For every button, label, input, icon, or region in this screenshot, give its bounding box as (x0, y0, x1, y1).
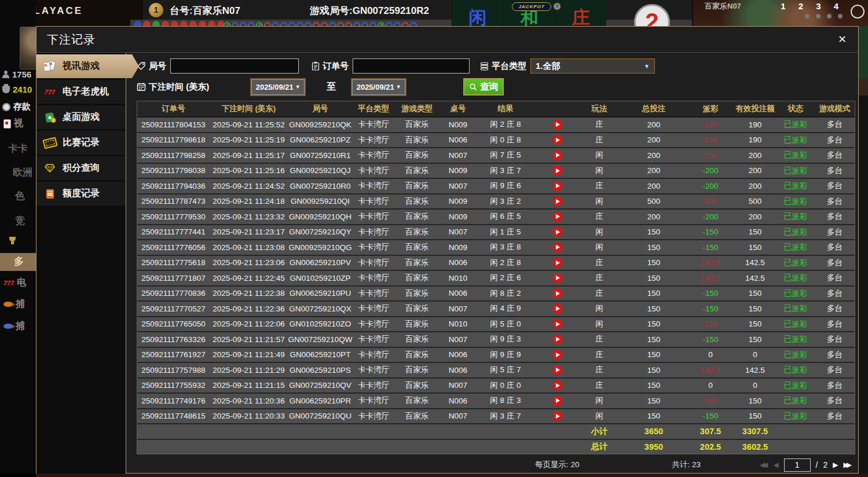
cell-total: 150 (619, 332, 688, 347)
cell-time: 2025-09-21 11:22:38 (210, 287, 288, 301)
tab-video-games[interactable]: 4K 视讯游戏 (36, 54, 139, 78)
cell-status: 已派彩 (778, 394, 814, 408)
cell-time: 2025-09-21 11:21:29 (210, 363, 288, 377)
play-video-icon[interactable] (552, 396, 562, 406)
sidebar-item-fishing1[interactable]: 捕 (3, 298, 25, 310)
cell-round: GN009259210QJ (288, 164, 353, 178)
cell-game: 百家乐 (394, 317, 440, 332)
summary-spacer (778, 424, 856, 439)
first-page-button[interactable]: ◀◀ (760, 461, 768, 469)
bet-zone-player[interactable]: 闲 (452, 0, 503, 26)
cell-result: 闲 6 庄 5 (477, 210, 534, 224)
summary-spacer (778, 440, 856, 454)
play-video-icon[interactable] (552, 304, 562, 314)
play-video-icon[interactable] (552, 181, 562, 191)
cell-table_no: N006 (440, 363, 477, 377)
cell-time: 2025-09-21 11:24:18 (210, 195, 288, 209)
cell-mode: 多台 (814, 409, 856, 424)
cell-mode: 多台 (814, 118, 856, 132)
sidebar-item-slots[interactable]: 777 电 (3, 277, 26, 289)
close-icon[interactable]: ✕ (838, 33, 847, 46)
bet-zone-banker[interactable]: 庄 (555, 0, 606, 26)
cell-result: 闲 7 庄 5 (477, 148, 534, 163)
play-video-icon[interactable] (552, 365, 562, 375)
next-page-button[interactable]: ▶ (833, 461, 838, 469)
tab-match-records[interactable]: 比赛记录 (36, 131, 126, 155)
cell-table_no: N007 (440, 379, 477, 393)
play-video-icon[interactable] (552, 166, 562, 175)
cell-result: 闲 9 庄 9 (477, 348, 534, 362)
play-video-icon[interactable] (552, 350, 562, 359)
play-video-icon[interactable] (552, 258, 562, 267)
page-input[interactable]: 1 (784, 458, 811, 472)
tab-points-query[interactable]: 积分查询 (36, 156, 126, 180)
cell-payout: -150 (688, 302, 733, 316)
cell-round: GN007259210QX (288, 302, 353, 316)
cell-play (534, 240, 580, 255)
tab-electronic-slots[interactable]: 777 电子老虎机 (36, 80, 126, 104)
cell-total: 150 (619, 256, 688, 270)
play-video-icon[interactable] (552, 319, 562, 329)
cell-valid: 500 (733, 195, 778, 209)
date-to-value: 2025/09/21 (357, 83, 394, 91)
table-row: 2509211177633262025-09-21 11:21:57GN0072… (137, 332, 855, 348)
camera-numbers[interactable]: 1 2 3 4 (781, 1, 844, 11)
sidebar-item-video[interactable]: 视 (3, 118, 23, 130)
ticket-icon (42, 138, 57, 148)
play-video-icon[interactable] (552, 120, 562, 130)
sidebar-item-rewards[interactable] (8, 237, 17, 244)
cell-total: 200 (619, 210, 688, 224)
query-button[interactable]: 查询 (463, 78, 504, 96)
trophy-icon (8, 237, 17, 244)
play-video-icon[interactable] (552, 196, 562, 206)
column-header: 派彩 (688, 101, 733, 116)
cell-play (534, 363, 580, 377)
cell-valid: 0 (733, 379, 778, 393)
last-page-button[interactable]: ▶▶ (844, 461, 852, 469)
play-video-icon[interactable] (552, 335, 562, 344)
deposit-label: 存款 (13, 101, 31, 112)
records-table-body: 2509211178041532025-09-21 11:25:52GN0092… (137, 118, 855, 454)
play-video-icon[interactable] (552, 411, 562, 421)
tab-quota-records[interactable]: 额度记录 (36, 182, 126, 206)
sidebar-deposit-button[interactable]: 存款 (2, 101, 31, 112)
cell-mode: 多台 (814, 317, 856, 332)
order-no-input[interactable] (353, 58, 470, 74)
table-row: 2509211177940362025-09-21 11:24:52GN0072… (137, 179, 855, 195)
cell-time: 2025-09-21 11:25:52 (210, 118, 288, 132)
sidebar-item-fishing2[interactable]: 捕 (3, 320, 25, 332)
play-video-icon[interactable] (552, 135, 562, 145)
tab-table-games[interactable]: ♣ 桌面游戏 (36, 105, 126, 129)
play-video-icon[interactable] (552, 243, 562, 252)
play-video-icon[interactable] (552, 227, 562, 237)
date-from-select[interactable]: 2025/09/21 ▼ (251, 79, 305, 95)
play-video-icon[interactable] (552, 212, 562, 222)
sidebar-item-kaka[interactable]: 卡卡 (8, 142, 28, 155)
cell-payout: -200 (688, 210, 733, 224)
cell-mode: 多台 (814, 240, 856, 255)
sidebar-item-multi[interactable]: 多 (14, 255, 24, 268)
date-to-select[interactable]: 2025/09/21 ▼ (352, 79, 405, 95)
cell-total: 150 (619, 379, 688, 393)
summary-cell: 3650 (619, 424, 688, 439)
jackpot-help-icon[interactable]: ? (554, 3, 561, 10)
sidebar-item-europe[interactable]: 欧洲 (13, 166, 32, 179)
cell-table_no: N009 (440, 195, 477, 209)
prev-page-button[interactable]: ◀ (773, 461, 778, 469)
refresh-icon[interactable] (851, 5, 865, 19)
play-video-icon[interactable] (552, 288, 562, 298)
sidebar-item-se[interactable]: 色 (15, 189, 25, 203)
user-icon (2, 71, 9, 78)
chevron-down-icon: ▼ (295, 84, 301, 90)
cell-payout: -150 (688, 332, 733, 347)
cell-table_no: N006 (440, 256, 477, 270)
cell-time: 2025-09-21 11:21:57 (210, 332, 288, 347)
play-video-icon[interactable] (552, 151, 562, 160)
platform-type-select[interactable]: 1.全部 ▼ (530, 58, 655, 74)
round-no-input[interactable] (170, 58, 299, 74)
cell-platform: 卡卡湾厅 (353, 302, 394, 316)
play-video-icon[interactable] (552, 380, 562, 390)
play-video-icon[interactable] (552, 273, 562, 283)
sidebar-item-jing[interactable]: 竞 (15, 214, 25, 228)
cell-play (534, 164, 580, 178)
